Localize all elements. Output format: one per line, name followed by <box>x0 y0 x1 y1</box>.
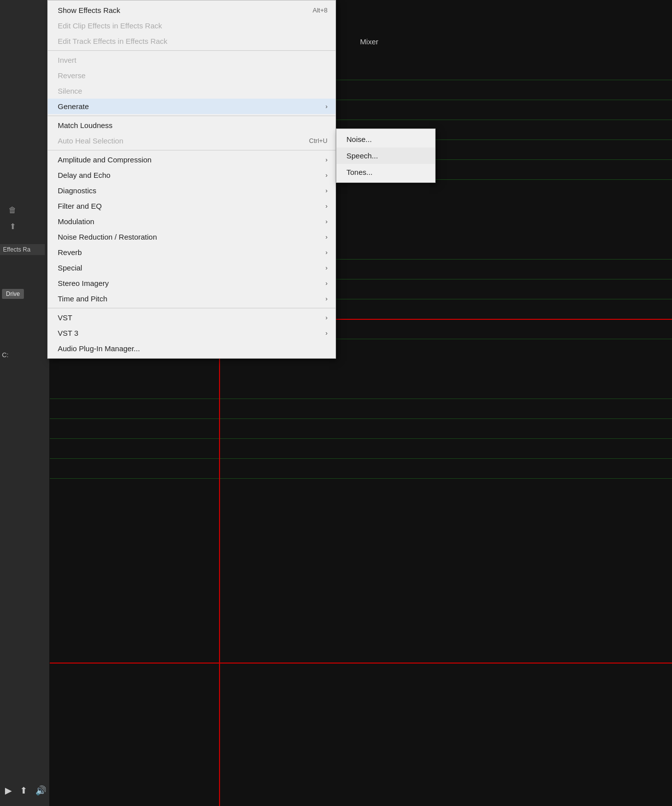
menu-item-auto-heal: Auto Heal SelectionCtrl+U <box>48 133 336 148</box>
speaker-button[interactable]: 🔊 <box>35 785 46 796</box>
menu-item-show-effects-rack[interactable]: Show Effects RackAlt+8 <box>48 2 336 18</box>
menu-item-label: Reverb <box>58 248 82 257</box>
submenu-arrow-icon: › <box>326 171 328 179</box>
submenu-arrow-icon: › <box>326 233 328 241</box>
drive-label: Drive <box>2 289 24 299</box>
bottom-controls: ▶ ⬆ 🔊 <box>5 785 46 796</box>
track-line <box>50 458 672 459</box>
export-icon[interactable]: ⬆ <box>5 220 20 232</box>
menu-item-vst[interactable]: VST› <box>48 310 336 325</box>
menu-item-generate[interactable]: Generate› <box>48 99 336 114</box>
menu-item-label: Edit Clip Effects in Effects Rack <box>58 21 162 30</box>
menu-item-noise-reduction[interactable]: Noise Reduction / Restoration› <box>48 229 336 245</box>
menu-item-label: Time and Pitch <box>58 294 108 303</box>
track-red-line-2 <box>50 663 672 664</box>
menu-item-filter-eq[interactable]: Filter and EQ› <box>48 198 336 214</box>
menu-item-edit-track-effects: Edit Track Effects in Effects Rack <box>48 33 336 49</box>
menu-item-label: Audio Plug-In Manager... <box>58 344 140 353</box>
menu-item-label: Auto Heal Selection <box>58 136 123 145</box>
menu-item-label: VST <box>58 313 72 322</box>
submenu-item-noise[interactable]: Noise... <box>336 131 435 147</box>
menu-item-reverb[interactable]: Reverb› <box>48 245 336 260</box>
track-line <box>50 438 672 439</box>
menu-divider <box>48 150 336 150</box>
menu-item-label: Invert <box>58 56 77 64</box>
menu-item-label: Modulation <box>58 217 94 226</box>
c-label: C: <box>2 351 8 359</box>
effects-rack-label: Effects Ra <box>0 244 45 255</box>
menu-item-label: VST 3 <box>58 329 78 337</box>
submenu-arrow-icon: › <box>326 156 328 163</box>
menu-item-invert: Invert <box>48 52 336 68</box>
menu-item-time-pitch[interactable]: Time and Pitch› <box>48 291 336 306</box>
submenu-arrow-icon: › <box>326 202 328 210</box>
menu-item-label: Diagnostics <box>58 186 97 195</box>
menu-item-delay-echo[interactable]: Delay and Echo› <box>48 167 336 183</box>
submenu-arrow-icon: › <box>326 249 328 256</box>
menu-item-modulation[interactable]: Modulation› <box>48 214 336 229</box>
menu-item-shortcut: Ctrl+U <box>309 137 328 144</box>
menu-item-label: Special <box>58 264 82 272</box>
menu-item-label: Silence <box>58 87 82 95</box>
track-line <box>50 399 672 399</box>
submenu-arrow-icon: › <box>326 279 328 287</box>
menu-item-shortcut: Alt+8 <box>313 6 328 14</box>
menu-divider <box>48 50 336 51</box>
submenu-item-tones[interactable]: Tones... <box>336 164 435 180</box>
menu-item-silence: Silence <box>48 83 336 99</box>
menu-item-amplitude-compression[interactable]: Amplitude and Compression› <box>48 152 336 167</box>
submenu-arrow-icon: › <box>326 103 328 110</box>
menu-item-diagnostics[interactable]: Diagnostics› <box>48 183 336 198</box>
menu-item-reverse: Reverse <box>48 68 336 83</box>
left-sidebar: 🗑 ⬆ Effects Ra Drive C: ▶ ⬆ 🔊 <box>0 0 50 806</box>
menu-item-label: Stereo Imagery <box>58 279 109 287</box>
track-line <box>50 418 672 419</box>
menu-item-vst3[interactable]: VST 3› <box>48 325 336 341</box>
track-line <box>50 478 672 479</box>
menu-item-stereo-imagery[interactable]: Stereo Imagery› <box>48 275 336 291</box>
menu-item-special[interactable]: Special› <box>48 260 336 275</box>
menu-divider <box>48 116 336 116</box>
menu-item-label: Noise Reduction / Restoration <box>58 233 157 241</box>
play-button[interactable]: ▶ <box>5 785 12 796</box>
submenu-arrow-icon: › <box>326 314 328 321</box>
menu-item-label: Show Effects Rack <box>58 6 120 14</box>
menu-item-label: Reverse <box>58 71 86 80</box>
menu-item-audio-plugin-manager[interactable]: Audio Plug-In Manager... <box>48 341 336 356</box>
export-button[interactable]: ⬆ <box>20 785 27 796</box>
menu-item-label: Edit Track Effects in Effects Rack <box>58 37 167 45</box>
trash-icon[interactable]: 🗑 <box>5 204 20 216</box>
submenu-item-speech[interactable]: Speech... <box>336 147 435 164</box>
submenu-arrow-icon: › <box>326 187 328 194</box>
sidebar-icons: 🗑 ⬆ <box>5 204 20 232</box>
menu-item-label: Amplitude and Compression <box>58 155 151 164</box>
menu-item-label: Match Loudness <box>58 121 112 130</box>
menu-divider <box>48 308 336 308</box>
menu-item-match-loudness[interactable]: Match Loudness <box>48 118 336 133</box>
menu-item-label: Delay and Echo <box>58 171 111 179</box>
submenu-arrow-icon: › <box>326 264 328 271</box>
submenu-arrow-icon: › <box>326 295 328 302</box>
context-menu: Show Effects RackAlt+8Edit Clip Effects … <box>47 0 336 359</box>
submenu-arrow-icon: › <box>326 329 328 337</box>
menu-item-label: Filter and EQ <box>58 202 102 210</box>
generate-submenu: Noise...Speech...Tones... <box>336 129 436 183</box>
submenu-arrow-icon: › <box>326 218 328 225</box>
menu-item-edit-clip-effects: Edit Clip Effects in Effects Rack <box>48 18 336 33</box>
menu-item-label: Generate <box>58 102 89 111</box>
